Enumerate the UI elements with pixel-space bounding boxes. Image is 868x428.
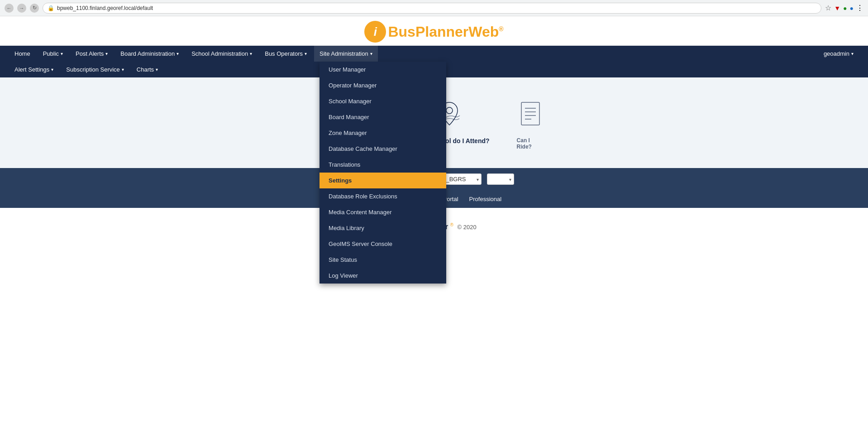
extra-select[interactable]	[487, 173, 514, 185]
svg-point-8	[446, 107, 453, 114]
nav-school-administration[interactable]: School Administration ▾	[186, 46, 258, 62]
dropdown-item-database-role-exclusions[interactable]: Database Role Exclusions	[320, 188, 446, 204]
nav-subscription-service[interactable]: Subscription Service ▾	[61, 62, 129, 77]
dropdown-item-zone-manager[interactable]: Zone Manager	[320, 125, 446, 141]
dropdown-item-operator-manager[interactable]: Operator Manager	[320, 77, 446, 93]
browser-icons: ☆ ▼ ● ● ⋮	[825, 4, 863, 12]
reload-button[interactable]: ↻	[30, 4, 39, 13]
site-admin-dropdown: User Manager Operator Manager School Man…	[320, 62, 446, 284]
url-bar[interactable]: 🔒 bpweb_1100.finland.georef.local/defaul…	[43, 3, 821, 14]
dropdown-item-media-library[interactable]: Media Library	[320, 220, 446, 236]
logo-text: BusPlannerWeb®	[388, 24, 503, 40]
charts-arrow: ▾	[156, 67, 158, 72]
logo-icon: i	[364, 21, 386, 43]
app-header: i BusPlannerWeb®	[0, 16, 868, 46]
back-button[interactable]: ←	[5, 4, 14, 13]
nav-home[interactable]: Home	[9, 46, 36, 62]
can-i-ride-icon	[517, 96, 544, 132]
browser-chrome: ← → ↻ 🔒 bpweb_1100.finland.georef.local/…	[0, 0, 868, 16]
extension-icon-2: ●	[843, 5, 847, 12]
extension-icon-1: ▼	[834, 5, 840, 12]
dropdown-item-board-manager[interactable]: Board Manager	[320, 109, 446, 125]
board-admin-arrow: ▾	[176, 51, 179, 56]
card-can-i-ride-label: Can I Ride?	[517, 137, 544, 150]
svg-rect-9	[521, 102, 539, 125]
footer-copyright: © 2020	[458, 224, 477, 231]
url-text: bpweb_1100.finland.georef.local/default	[57, 5, 153, 11]
footer-nav-professional[interactable]: Professional	[469, 196, 502, 202]
menu-icon[interactable]: ⋮	[856, 4, 863, 12]
subscription-arrow: ▾	[122, 67, 124, 72]
logo-planner: Planner	[415, 24, 468, 40]
dropdown-item-school-manager[interactable]: School Manager	[320, 93, 446, 109]
logo-web: Web	[468, 24, 499, 40]
dropdown-item-translations[interactable]: Translations	[320, 157, 446, 173]
dropdown-item-settings[interactable]: Settings	[320, 173, 446, 188]
nav-bar: Home Public ▾ Post Alerts ▾ Board Admini…	[0, 46, 868, 77]
site-admin-arrow: ▾	[370, 51, 372, 56]
forward-button[interactable]: →	[17, 4, 26, 13]
dropdown-item-user-manager[interactable]: User Manager	[320, 62, 446, 77]
nav-bus-operators[interactable]: Bus Operators ▾	[259, 46, 312, 62]
star-icon[interactable]: ☆	[825, 4, 831, 12]
school-admin-arrow: ▾	[250, 51, 252, 56]
nav-top-row: Home Public ▾ Post Alerts ▾ Board Admini…	[9, 46, 859, 62]
nav-charts[interactable]: Charts ▾	[131, 62, 163, 77]
nav-post-alerts[interactable]: Post Alerts ▾	[70, 46, 113, 62]
logo-bus: Bus	[388, 24, 415, 40]
dropdown-item-geoims-server-console[interactable]: GeoIMS Server Console	[320, 236, 446, 252]
dropdown-item-log-viewer[interactable]: Log Viewer	[320, 268, 446, 284]
alert-settings-arrow: ▾	[51, 67, 53, 72]
public-arrow: ▾	[61, 51, 63, 56]
dropdown-item-site-status[interactable]: Site Status	[320, 252, 446, 268]
user-arrow: ▾	[851, 51, 854, 56]
nav-public[interactable]: Public ▾	[38, 46, 68, 62]
logo: i BusPlannerWeb®	[364, 21, 503, 43]
nav-site-administration[interactable]: Site Administration ▾ User Manager Opera…	[314, 46, 378, 62]
nav-board-administration[interactable]: Board Administration ▾	[115, 46, 184, 62]
nav-alert-settings[interactable]: Alert Settings ▾	[9, 62, 59, 77]
extra-select-wrapper: ▾	[487, 173, 514, 185]
nav-user[interactable]: geoadmin ▾	[818, 46, 859, 62]
footer-trademark: ®	[450, 222, 453, 227]
card-can-i-ride[interactable]: Can I Ride?	[517, 96, 544, 150]
bus-operators-arrow: ▾	[305, 51, 307, 56]
dropdown-item-database-cache-manager[interactable]: Database Cache Manager	[320, 141, 446, 157]
extension-icon-3: ●	[850, 5, 854, 12]
dropdown-item-media-content-manager[interactable]: Media Content Manager	[320, 204, 446, 220]
post-alerts-arrow: ▾	[105, 51, 108, 56]
